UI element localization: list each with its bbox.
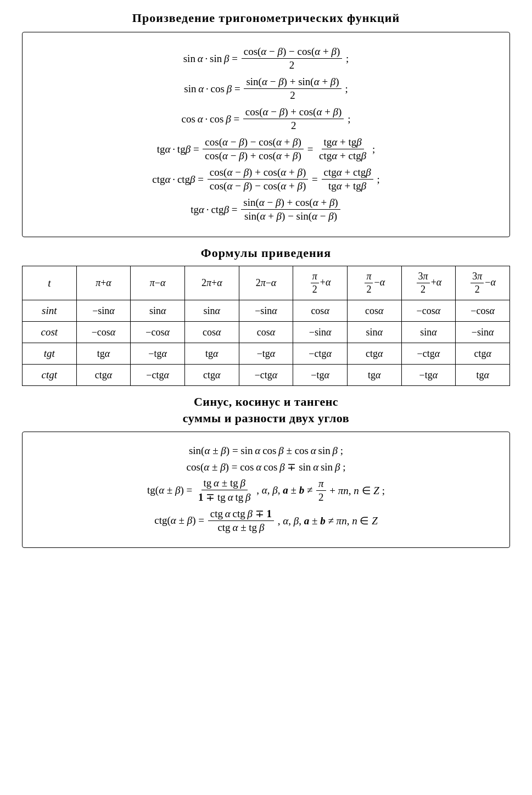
sum-difference-box: sin(α ± β) = sin α cos β ± cos α sin β ;… xyxy=(22,432,510,548)
product-formulas-box: sin α · sin β = cos(α − β) − cos(α + β) … xyxy=(22,32,510,237)
col-pi2-plus: π 2 +α xyxy=(293,266,348,300)
table-row-sin: sint −sinα sinα sinα −sinα cosα cosα −co… xyxy=(23,300,510,322)
section2-title: Формулы приведения xyxy=(22,246,510,260)
col-pi-minus: π−α xyxy=(131,266,185,300)
section3-title: Синус, косинус и тангенс суммы и разност… xyxy=(22,394,510,426)
formula-sin-sin: sin α · sin β = cos(α − β) − cos(α + β) … xyxy=(39,46,493,71)
table-row-cos: cost −cosα −cosα cosα cosα −sinα sinα si… xyxy=(23,322,510,343)
col-3pi2-minus: 3π 2 −α xyxy=(456,266,510,300)
formula-cos-cos: cos α · cos β = cos(α − β) + cos(α + β) … xyxy=(39,106,493,132)
col-3pi2-plus: 3π 2 +α xyxy=(401,266,456,300)
col-2pi-minus: 2π−α xyxy=(239,266,293,300)
formula-sin-cos: sin α · cos β = sin(α − β) + sin(α + β) … xyxy=(39,76,493,102)
formula-sum-cos: cos(α ± β) = cos α cos β ∓ sin α sin β ; xyxy=(33,461,499,473)
formula-ctg-ctg: ctgα · ctgβ = cos(α − β) + cos(α + β) co… xyxy=(39,166,493,192)
col-2pi-plus: 2π+α xyxy=(184,266,239,300)
formula-sum-tg: tg(α ± β) = tg α ± tg β 1 ∓ tg α tg β , … xyxy=(33,477,499,503)
formula-tg-tg: tgα · tgβ = cos(α − β) − cos(α + β) cos(… xyxy=(39,136,493,162)
formula-tg-ctg: tgα · ctgβ = sin(α − β) + cos(α + β) sin… xyxy=(39,197,493,222)
formula-sum-ctg: ctg(α ± β) = ctg α ctg β ∓ 1 ctg α ± tg … xyxy=(33,507,499,534)
col-pi-plus: π+α xyxy=(76,266,131,300)
col-t: t xyxy=(23,266,77,300)
table-row-tg: tgt tgα −tgα tgα −tgα −ctgα ctgα −ctgα c… xyxy=(23,343,510,365)
col-pi2-minus: π 2 −α xyxy=(347,266,401,300)
section1-title: Произведение тригонометрических функций xyxy=(22,11,510,25)
reduction-table: t π+α π−α 2π+α 2π−α π 2 +α π 2 −α 3π 2 +… xyxy=(22,266,510,386)
table-row-ctg: ctgt ctgα −ctgα ctgα −ctgα −tgα tgα −tgα… xyxy=(23,365,510,386)
table-header-row: t π+α π−α 2π+α 2π−α π 2 +α π 2 −α 3π 2 +… xyxy=(23,266,510,300)
formula-sum-sin: sin(α ± β) = sin α cos β ± cos α sin β ; xyxy=(33,445,499,457)
